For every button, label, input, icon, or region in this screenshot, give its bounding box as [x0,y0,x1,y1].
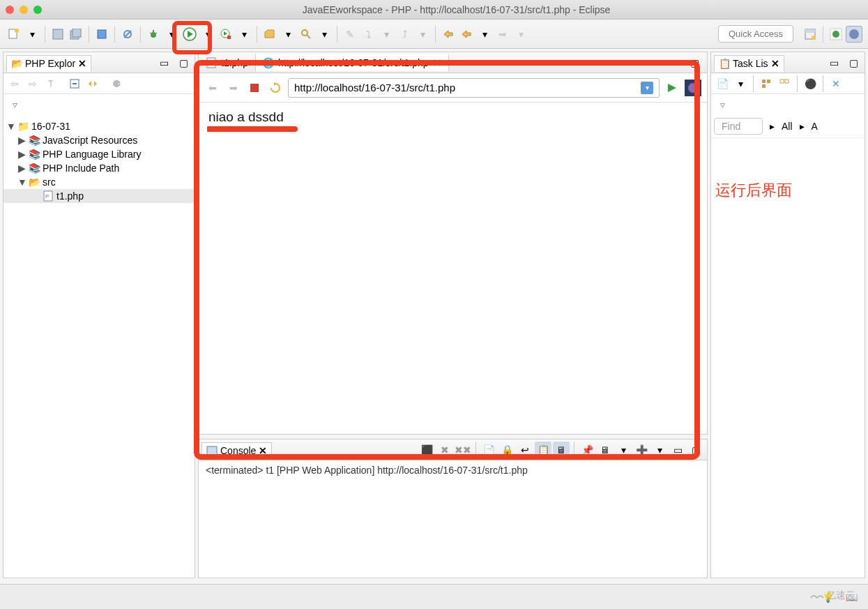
up-nav-icon[interactable]: ⤒ [43,75,59,92]
filter-a-link[interactable]: A [812,121,818,132]
tree-php-include[interactable]: ▶ 📚 PHP Include Path [3,161,195,175]
tree-src-folder[interactable]: ▼ 📂 src [3,175,195,189]
chevron-right-icon[interactable]: ▸ [770,121,775,132]
open-type-button[interactable] [261,26,278,43]
view-menu-icon[interactable]: ▿ [714,96,731,113]
dropdown-icon[interactable]: ▾ [378,26,395,43]
clear-console-icon[interactable]: 📄 [480,442,497,458]
url-input[interactable]: http://localhost/16-07-31/src/t1.php ▾ [288,78,660,98]
toggle-folding-icon[interactable] [93,26,110,43]
skip-breakpoints-icon[interactable] [119,26,136,43]
url-dropdown-icon[interactable]: ▾ [641,82,653,94]
dropdown-icon[interactable]: ▾ [651,442,668,458]
last-edit-icon[interactable] [440,26,457,43]
expand-icon[interactable]: ▶ [17,163,26,174]
save-all-button[interactable] [68,26,84,43]
dropdown-icon[interactable]: ▾ [280,26,296,43]
dropdown-icon[interactable]: ▾ [24,26,40,43]
minimize-icon[interactable]: ▭ [825,54,842,71]
dropdown-icon[interactable]: ▾ [163,26,180,43]
save-button[interactable] [50,26,66,43]
browser-forward-icon[interactable]: ➡ [225,80,242,96]
terminate-icon[interactable]: ⬛ [418,442,435,458]
console-tab[interactable]: Console ✕ [201,442,272,459]
editor-tab-source[interactable]: P t1.php [199,54,256,71]
pin-icon[interactable]: 📌 [579,442,595,458]
php-perspective-icon[interactable] [846,26,862,43]
tree-file-t1[interactable]: P t1.php [3,189,195,203]
run-last-button[interactable] [218,26,234,43]
tree-project-root[interactable]: ▼ 📁 16-07-31 [3,119,195,133]
maximize-icon[interactable]: ▢ [845,54,862,71]
expand-icon[interactable]: ▼ [17,176,26,188]
new-button[interactable] [6,26,22,43]
wand-icon[interactable]: ✎ [342,26,358,43]
minimize-window-icon[interactable] [20,6,28,14]
new-console-icon[interactable]: ➕ [633,442,650,458]
focus-icon[interactable]: ⚫ [802,75,818,92]
search-button[interactable] [298,26,314,43]
remove-launch-icon[interactable]: ✖ [436,442,453,458]
word-wrap-icon[interactable]: ↩ [517,442,533,458]
expand-icon[interactable]: ▼ [6,121,15,132]
forward-button[interactable]: ➡ [494,26,511,43]
open-console-icon[interactable]: 🖥 [597,442,614,458]
new-task-icon[interactable]: 📄 [714,75,731,92]
filters-icon[interactable]: ⚈ [108,75,125,92]
dropdown-icon[interactable]: ▾ [414,26,431,43]
remove-all-icon[interactable]: ✖✖ [455,442,471,458]
sync-icon[interactable]: ✕ [828,75,844,92]
minimize-icon[interactable]: ▭ [155,54,172,71]
close-icon[interactable]: ✕ [259,445,267,456]
next-annotation-icon[interactable]: ⤵ [360,26,376,43]
find-input[interactable]: Find [714,118,763,135]
filter-all-link[interactable]: All [782,121,793,132]
tree-php-lang-lib[interactable]: ▶ 📚 PHP Language Library [3,147,195,161]
close-icon[interactable]: ✕ [433,57,441,68]
display-console-icon[interactable]: 🖥 [553,442,570,458]
dropdown-icon[interactable]: ▾ [476,26,493,43]
quick-access-input[interactable]: Quick Access [718,25,793,43]
php-explorer-tab[interactable]: 📂 PHP Explor ✕ [6,55,91,72]
run-button[interactable] [181,26,198,43]
pin-console-icon[interactable]: 📋 [535,442,551,458]
tree-js-resources[interactable]: ▶ 📚 JavaScript Resources [3,133,195,147]
maximize-icon[interactable]: ▢ [687,442,704,458]
zoom-window-icon[interactable] [33,6,42,14]
close-icon[interactable]: ✕ [771,58,779,69]
open-perspective-icon[interactable] [802,26,818,43]
chevron-right-icon[interactable]: ▸ [800,121,805,132]
minimize-icon[interactable]: ▭ [669,442,686,458]
dropdown-icon[interactable]: ▾ [732,75,749,92]
browser-refresh-icon[interactable] [267,80,284,96]
close-window-icon[interactable] [6,6,14,14]
forward-nav-icon[interactable]: ⇨ [24,75,41,92]
dropdown-icon[interactable]: ▾ [512,26,529,43]
back-nav-icon[interactable]: ⇦ [6,75,23,92]
editor-tab-browser[interactable]: 🌐 http://localhost/16-07-31/src/t1.php ✕ [256,54,449,71]
view-menu-icon[interactable]: ▿ [6,96,23,113]
link-editor-icon[interactable] [84,75,101,92]
maximize-icon[interactable]: ▢ [175,54,192,71]
schedule-icon[interactable] [776,75,793,92]
browser-back-icon[interactable]: ⬅ [204,80,221,96]
collapse-all-icon[interactable] [66,75,83,92]
minimize-icon[interactable]: ▭ [667,54,683,71]
prev-annotation-icon[interactable]: ⤴ [396,26,413,43]
dropdown-icon[interactable]: ▾ [199,26,216,43]
expand-icon[interactable]: ▶ [17,149,26,160]
dropdown-icon[interactable]: ▾ [316,26,333,43]
dropdown-icon[interactable]: ▾ [236,26,252,43]
scroll-lock-icon[interactable]: 🔒 [498,442,515,458]
eclipse-icon[interactable] [685,80,701,96]
debug-button[interactable] [145,26,162,43]
categorize-icon[interactable] [758,75,775,92]
close-icon[interactable]: ✕ [78,58,86,69]
back-button[interactable] [458,26,475,43]
dropdown-icon[interactable]: ▾ [615,442,632,458]
browser-go-icon[interactable] [664,80,680,96]
debug-perspective-icon[interactable] [828,26,844,43]
expand-icon[interactable]: ▶ [17,135,26,146]
maximize-icon[interactable]: ▢ [686,54,703,71]
browser-stop-icon[interactable] [246,80,263,96]
